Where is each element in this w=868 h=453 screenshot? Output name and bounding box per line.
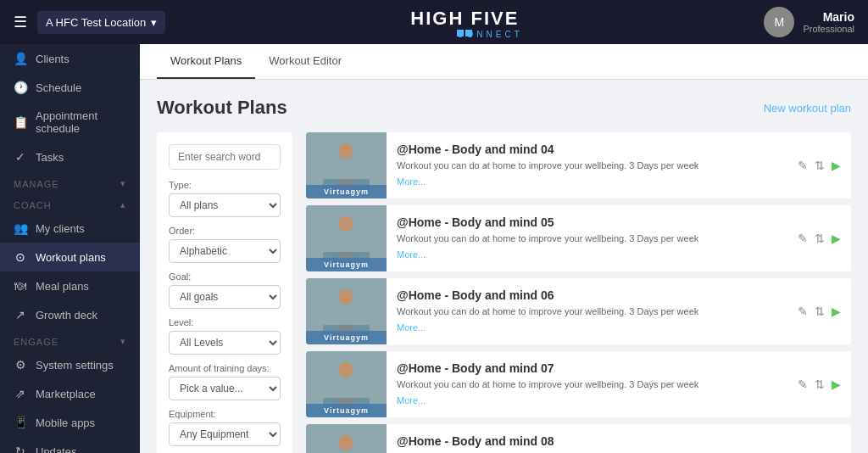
play-icon[interactable]: ▶ [832,232,841,245]
level-select[interactable]: All Levels [169,331,281,355]
workout-card: Virtuagym @Home - Body and mind 06 Worko… [306,278,851,344]
goal-label: Goal: [169,271,281,282]
svg-point-13 [338,435,353,450]
play-icon[interactable]: ▶ [832,305,841,318]
order-select[interactable]: Alphabetic [169,239,281,263]
brand-label: Virtuagym [306,258,387,271]
workout-list: Virtuagym @Home - Body and mind 04 Worko… [306,132,851,453]
brand-label: Virtuagym [306,404,387,417]
edit-icon[interactable]: ✎ [798,159,808,172]
tasks-icon: ✓ [14,150,27,164]
sidebar-label-updates: Updates [36,445,76,454]
sidebar-label-growthdeck: Growth deck [36,309,97,322]
workout-actions: ✎ ⇅ ▶ [798,305,851,318]
workout-card: Virtuagym @Home - Body and mind 05 Worko… [306,205,851,271]
workout-info: @Home - Body and mind 06 Workout you can… [387,280,798,342]
sidebar-item-workoutplans[interactable]: ⊙ Workout plans [0,243,140,271]
main-layout: 👤 Clients 🕐 Schedule 📋 Appointment sched… [0,44,868,453]
brand-label: Virtuagym [306,185,387,199]
level-label: Level: [169,317,281,327]
page-content: Workout Plans New workout plan Type: All… [140,80,868,453]
filter-card: Type: All plans Order: Alphabetic Goal: … [157,132,292,453]
sidebar-label-appointment: Appointment schedule [36,109,126,135]
share-icon[interactable]: ⇅ [815,305,825,318]
schedule-icon: 🕐 [14,81,27,94]
sidebar-label-myclients: My clients [36,222,85,235]
sidebar-item-tasks[interactable]: ✓ Tasks [0,143,140,171]
training-days-select[interactable]: Pick a value... [169,377,281,400]
workout-thumbnail: Virtuagym [306,132,387,199]
topbar: ☰ A HFC Test Location ▾ HIGH FIVE CONNEC… [0,0,868,44]
brand-label: Virtuagym [306,331,387,344]
sidebar-item-schedule[interactable]: 🕐 Schedule [0,73,140,102]
sidebar-item-myclients[interactable]: 👥 My clients [0,214,140,243]
updates-icon: ↻ [14,445,27,453]
equipment-select[interactable]: Any Equipment [169,422,281,446]
workout-title: @Home - Body and mind 06 [397,288,787,302]
topbar-logo: HIGH FIVE CONNECT [410,8,519,36]
engage-section-label: ENGAGE [14,337,58,347]
workout-thumbnail: Virtuagym [306,351,387,417]
workout-more-link[interactable]: More... [397,176,426,187]
new-workout-plan-button[interactable]: New workout plan [764,102,851,115]
workout-card: Virtuagym @Home - Body and mind 07 Worko… [306,351,851,417]
page-title: Workout Plans [157,97,287,119]
play-icon[interactable]: ▶ [832,378,841,391]
topbar-right: M Mario Professional [764,7,854,37]
tab-workout-editor[interactable]: Workout Editor [255,44,355,79]
sidebar-item-updates[interactable]: ↻ Updates [0,437,140,453]
workout-thumbnail: Virtuagym [306,278,387,344]
workoutplans-icon: ⊙ [14,250,27,264]
logo-text: HIGH FIVE [410,8,519,30]
workout-more-link[interactable]: More... [397,249,426,260]
clients-icon: 👤 [14,52,27,65]
engage-chevron-icon: ▾ [120,336,126,347]
svg-point-7 [338,289,353,305]
sidebar-item-mobileapps[interactable]: 📱 Mobile apps [0,408,140,437]
workout-thumbnail: Virtuagym [306,424,387,453]
workout-info: @Home - Body and mind 08 Workout you can… [387,426,798,453]
search-input[interactable] [169,144,281,170]
play-icon[interactable]: ▶ [832,159,841,172]
page-header: Workout Plans New workout plan [157,97,851,119]
workout-info: @Home - Body and mind 05 Workout you can… [387,207,798,269]
location-selector[interactable]: A HFC Test Location ▾ [37,11,165,34]
sidebar-item-clients[interactable]: 👤 Clients [0,44,140,73]
share-icon[interactable]: ⇅ [815,232,825,245]
edit-icon[interactable]: ✎ [798,232,808,245]
type-label: Type: [169,180,281,190]
sidebar-item-systemsettings[interactable]: ⚙ System settings [0,350,140,379]
sidebar-item-marketplace[interactable]: ⇗ Marketplace [0,379,140,408]
logo-sub: CONNECT [457,30,472,36]
workout-desc: Workout you can do at home to improve yo… [397,159,787,172]
edit-icon[interactable]: ✎ [798,305,808,318]
sidebar-item-growthdeck[interactable]: ↗ Growth deck [0,300,140,329]
filter-panel: Type: All plans Order: Alphabetic Goal: … [157,132,292,453]
share-icon[interactable]: ⇅ [815,378,825,391]
order-label: Order: [169,226,281,236]
sidebar-item-appointment[interactable]: 📋 Appointment schedule [0,102,140,143]
workout-more-link[interactable]: More... [397,395,426,405]
share-icon[interactable]: ⇅ [815,159,825,172]
sidebar-item-mealplans[interactable]: 🍽 Meal plans [0,271,140,300]
avatar: M [764,7,794,37]
sidebar-label-schedule: Schedule [36,81,81,94]
workout-card: Virtuagym @Home - Body and mind 04 Worko… [306,132,851,199]
type-select[interactable]: All plans [169,193,281,217]
content-area: Workout Plans Workout Editor Workout Pla… [140,44,868,453]
systemsettings-icon: ⚙ [14,358,27,372]
mobileapps-icon: 📱 [14,416,27,429]
goal-select[interactable]: All goals [169,285,281,309]
content-grid: Type: All plans Order: Alphabetic Goal: … [157,132,851,453]
workout-more-link[interactable]: More... [397,322,426,333]
coach-section-label: COACH [14,200,52,210]
equipment-label: Equipment: [169,409,281,419]
tab-workout-plans[interactable]: Workout Plans [157,44,255,79]
appointment-icon: 📋 [14,115,27,129]
hamburger-icon[interactable]: ☰ [14,13,27,31]
sidebar-label-workoutplans: Workout plans [36,251,106,264]
sidebar-section-manage: MANAGE ▾ [0,171,140,193]
marketplace-icon: ⇗ [14,387,27,400]
sidebar-label-tasks: Tasks [36,151,64,164]
edit-icon[interactable]: ✎ [798,378,808,391]
